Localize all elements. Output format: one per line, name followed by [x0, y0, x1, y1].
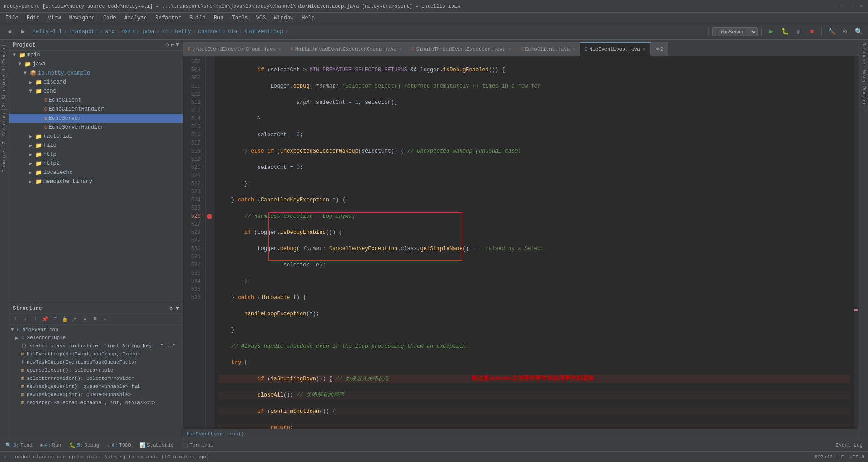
menu-build[interactable]: Build [186, 14, 209, 22]
panel-tab-maven[interactable]: Maven Projects [860, 67, 867, 111]
terminal-button[interactable]: ⬛ Terminal [178, 441, 217, 449]
tree-item-memcache[interactable]: ▶ 📁 memcache.binary [9, 177, 183, 186]
more-btn[interactable]: ⋯ [100, 314, 109, 323]
find-button[interactable]: 🔍 3: Find [2, 441, 36, 449]
menu-vcs[interactable]: VCS [253, 14, 270, 22]
sort-alpha-desc[interactable]: ↓ [21, 314, 30, 323]
bc-class-name[interactable]: NioEventLoop [187, 431, 222, 437]
menu-tools[interactable]: Tools [228, 14, 252, 22]
tree-item-localecho[interactable]: ▶ 📁 localecho [9, 168, 183, 177]
tree-item-discard[interactable]: ▶ 📁 discard [9, 78, 183, 87]
maximize-button[interactable]: □ [848, 3, 854, 9]
expand-btn[interactable]: + [71, 314, 80, 323]
event-log-button[interactable]: Event Log [832, 442, 866, 449]
tree-item-echoserverhandler[interactable]: C EchoServerHandler [9, 123, 183, 132]
menu-help[interactable]: Help [298, 14, 318, 22]
panel-tab-project[interactable]: 1: Project [1, 42, 8, 73]
panel-tab-z-structure[interactable]: Z: Structure [1, 109, 8, 146]
align-btn[interactable]: ≡ [90, 314, 99, 323]
tab-multithreadeventexecutorgroup[interactable]: C MultithreadEventExecutorGroup.java ✕ [286, 42, 407, 56]
stop-button[interactable]: ■ [806, 26, 818, 37]
run-config-select[interactable]: EchoServer [712, 27, 758, 36]
bc-method-name[interactable]: run() [229, 431, 244, 437]
close-tab-icon[interactable]: ✕ [573, 47, 576, 52]
close-tab-icon[interactable]: ✕ [508, 47, 511, 52]
navigate-up[interactable]: ↑ [31, 314, 40, 323]
encoding[interactable]: UTF-8 [849, 454, 864, 460]
menu-refactor[interactable]: Refactor [151, 14, 185, 22]
struct-item-newtaskqueue-int[interactable]: m newTaskQueue(int): Queue<Runnable> †Si [9, 383, 183, 391]
tree-item-echo[interactable]: ▼ 📁 echo [9, 87, 183, 96]
back-button[interactable]: ◀ [4, 26, 15, 37]
lambda-btn[interactable]: λ [80, 314, 90, 323]
gear-icon[interactable]: ⚙ [165, 42, 169, 48]
close-button[interactable]: ✕ [858, 3, 864, 9]
filter-btn[interactable]: 🔒 [61, 314, 70, 323]
struct-item-newtaskqueue-field[interactable]: f newTaskQueue(EventLoopTaskQueueFactor [9, 358, 183, 366]
tree-item-http[interactable]: ▶ 📁 http [9, 150, 183, 159]
bc-channel[interactable]: channel [198, 28, 221, 35]
tab-nioeventloop[interactable]: C NioEventLoop.java ✕ [580, 42, 651, 56]
tree-item-echoclienthandler[interactable]: C EchoClientHandler [9, 105, 183, 114]
bc-project[interactable]: netty-4.1 [33, 28, 62, 35]
pin-btn[interactable]: 📌 [41, 314, 50, 323]
sdk-button[interactable]: ⚙ [839, 26, 851, 37]
bc-main[interactable]: main [122, 28, 135, 35]
close-tab-icon[interactable]: ✕ [399, 47, 402, 52]
menu-window[interactable]: Window [270, 14, 297, 22]
panel-tab-structure-1[interactable]: 2: Structure [1, 73, 8, 109]
close-tab-icon[interactable]: ✕ [278, 47, 281, 52]
struct-item-constructor[interactable]: m NioEventLoop(NioEventLoopGroup, Execut [9, 350, 183, 358]
todo-button[interactable]: ☑ 6: TODO [104, 441, 134, 449]
bc-src[interactable]: src [105, 28, 115, 35]
minimize-button[interactable]: ─ [838, 3, 844, 9]
cursor-position[interactable]: 527:43 [815, 454, 833, 460]
tab-echoclient[interactable]: C EchoClient.java ✕ [516, 42, 580, 56]
code-content[interactable]: if (selectCnt > MIN_PREMATURE_SELECTOR_R… [215, 56, 854, 429]
struct-item-register[interactable]: m register(SelectableChannel, int, NioTa… [9, 399, 183, 407]
tree-item-http2[interactable]: ▶ 📁 http2 [9, 159, 183, 168]
run-button[interactable]: ▶ [765, 26, 777, 37]
bc-nio[interactable]: nio [227, 28, 237, 35]
run-tool-button[interactable]: ▶ 4: Run [37, 441, 65, 449]
sync-icon[interactable]: ⇄ [171, 42, 174, 48]
code-minimap[interactable] [854, 56, 859, 429]
debug-tool-button[interactable]: 🐛 5: Debug [66, 441, 103, 449]
menu-view[interactable]: View [44, 14, 65, 22]
settings-icon-struct[interactable]: ▼ [176, 305, 179, 312]
tree-item-package[interactable]: ▼ 📦 io.netty.example [9, 69, 183, 78]
tab-singlethreadeventexecutor[interactable]: C SingleThreadEventExecutor.java ✕ [407, 42, 516, 56]
struct-item-class[interactable]: ▼ C NioEventLoop [9, 326, 183, 334]
struct-item-selector[interactable]: ▶ C SelectorTuple [9, 334, 183, 342]
bc-class[interactable]: NioEventLoop [244, 28, 283, 35]
tree-item-echoserver[interactable]: C EchoServer [9, 114, 183, 123]
menu-edit[interactable]: Edit [23, 14, 43, 22]
tree-item-main[interactable]: ▼ 📁 main [9, 51, 183, 60]
sort-alpha-asc[interactable]: ↑ [11, 314, 20, 323]
forward-button[interactable]: ▶ [17, 26, 29, 37]
menu-file[interactable]: File [2, 14, 22, 22]
struct-item-selectorprovider[interactable]: m selectorProvider(): SelectorProvider [9, 374, 183, 383]
struct-item-newtaskqueue0[interactable]: m newTaskQueue0(int): Queue<Runnable> [9, 391, 183, 399]
panel-tab-favorites[interactable]: Favorites [1, 146, 8, 174]
debug-button[interactable]: 🐛 [779, 26, 791, 37]
statistic-button[interactable]: 📊 Statistic [136, 441, 177, 449]
search-button[interactable]: 🔍 [853, 26, 864, 37]
menu-code[interactable]: Code [99, 14, 120, 22]
struct-item-static-init[interactable]: {} static class initializer final String… [9, 342, 183, 350]
struct-item-openselector[interactable]: m openSelector(): SelectorTuple [9, 366, 183, 374]
line-ending[interactable]: LF [838, 454, 844, 460]
bc-java[interactable]: java [142, 28, 155, 35]
run-with-coverage-button[interactable]: ◎ [793, 26, 804, 37]
menu-analyze[interactable]: Analyze [121, 14, 151, 22]
settings-icon[interactable]: ▼ [176, 42, 179, 48]
bc-io[interactable]: io [161, 28, 168, 35]
bc-netty[interactable]: netty [175, 28, 191, 35]
tree-item-file[interactable]: ▶ 📁 file [9, 141, 183, 150]
build-button[interactable]: 🔨 [826, 26, 837, 37]
tree-item-echoclient[interactable]: C EchoClient [9, 96, 183, 105]
tab-overflow[interactable]: ≫2 [651, 42, 669, 56]
menu-navigate[interactable]: Navigate [65, 14, 99, 22]
gear-icon-struct[interactable]: ⚙ [169, 305, 172, 312]
tree-item-java[interactable]: ▼ 📁 java [9, 60, 183, 69]
